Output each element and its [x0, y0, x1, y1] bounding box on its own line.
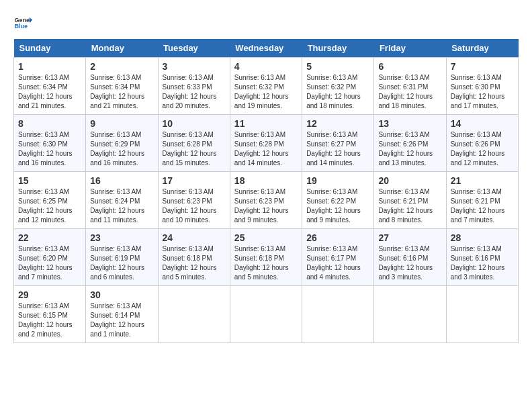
day-number: 30 [90, 289, 153, 300]
calendar-cell: 9 Sunrise: 6:13 AMSunset: 6:29 PMDayligh… [86, 115, 158, 172]
calendar-cell [302, 286, 374, 343]
calendar-cell [446, 286, 518, 343]
day-number: 29 [18, 289, 81, 300]
day-number: 17 [163, 175, 226, 186]
day-number: 20 [378, 175, 441, 186]
calendar-cell: 21 Sunrise: 6:13 AMSunset: 6:21 PMDaylig… [446, 172, 518, 229]
day-number: 10 [163, 118, 226, 129]
col-header-monday: Monday [86, 39, 158, 58]
day-number: 22 [18, 232, 81, 243]
day-detail: Sunrise: 6:13 AMSunset: 6:32 PMDaylight:… [306, 73, 369, 111]
day-detail: Sunrise: 6:13 AMSunset: 6:21 PMDaylight:… [451, 187, 514, 225]
calendar-cell: 1 Sunrise: 6:13 AMSunset: 6:34 PMDayligh… [14, 58, 86, 115]
calendar-cell: 3 Sunrise: 6:13 AMSunset: 6:33 PMDayligh… [158, 58, 230, 115]
calendar-cell: 12 Sunrise: 6:13 AMSunset: 6:27 PMDaylig… [302, 115, 374, 172]
calendar-cell: 7 Sunrise: 6:13 AMSunset: 6:30 PMDayligh… [446, 58, 518, 115]
header-row: SundayMondayTuesdayWednesdayThursdayFrid… [14, 39, 519, 58]
week-row-2: 8 Sunrise: 6:13 AMSunset: 6:30 PMDayligh… [14, 115, 519, 172]
calendar-cell: 27 Sunrise: 6:13 AMSunset: 6:16 PMDaylig… [374, 229, 446, 286]
calendar-cell: 28 Sunrise: 6:13 AMSunset: 6:16 PMDaylig… [446, 229, 518, 286]
calendar-cell: 22 Sunrise: 6:13 AMSunset: 6:20 PMDaylig… [14, 229, 86, 286]
day-detail: Sunrise: 6:13 AMSunset: 6:31 PMDaylight:… [378, 73, 441, 111]
day-detail: Sunrise: 6:13 AMSunset: 6:26 PMDaylight:… [451, 130, 514, 168]
day-detail: Sunrise: 6:13 AMSunset: 6:34 PMDaylight:… [18, 73, 81, 111]
calendar-cell: 14 Sunrise: 6:13 AMSunset: 6:26 PMDaylig… [446, 115, 518, 172]
calendar-cell: 11 Sunrise: 6:13 AMSunset: 6:28 PMDaylig… [230, 115, 302, 172]
day-number: 11 [234, 118, 298, 129]
day-detail: Sunrise: 6:13 AMSunset: 6:25 PMDaylight:… [18, 187, 81, 225]
day-detail: Sunrise: 6:13 AMSunset: 6:19 PMDaylight:… [90, 244, 153, 282]
day-number: 27 [378, 232, 441, 243]
day-number: 21 [451, 175, 514, 186]
day-number: 1 [18, 61, 81, 72]
day-detail: Sunrise: 6:13 AMSunset: 6:29 PMDaylight:… [90, 130, 153, 168]
svg-text:Blue: Blue [14, 23, 28, 30]
day-number: 6 [378, 61, 441, 72]
day-detail: Sunrise: 6:13 AMSunset: 6:23 PMDaylight:… [234, 187, 298, 225]
calendar-cell: 17 Sunrise: 6:13 AMSunset: 6:23 PMDaylig… [158, 172, 230, 229]
day-number: 8 [18, 118, 81, 129]
day-detail: Sunrise: 6:13 AMSunset: 6:18 PMDaylight:… [163, 244, 226, 282]
day-number: 26 [306, 232, 369, 243]
calendar-cell: 29 Sunrise: 6:13 AMSunset: 6:15 PMDaylig… [14, 286, 86, 343]
day-detail: Sunrise: 6:13 AMSunset: 6:28 PMDaylight:… [234, 130, 298, 168]
day-detail: Sunrise: 6:13 AMSunset: 6:14 PMDaylight:… [90, 302, 153, 339]
day-number: 14 [451, 118, 514, 129]
day-detail: Sunrise: 6:13 AMSunset: 6:30 PMDaylight:… [451, 73, 514, 111]
calendar-cell: 16 Sunrise: 6:13 AMSunset: 6:24 PMDaylig… [86, 172, 158, 229]
calendar-cell: 10 Sunrise: 6:13 AMSunset: 6:28 PMDaylig… [158, 115, 230, 172]
logo: General Blue [13, 13, 32, 32]
col-header-tuesday: Tuesday [158, 39, 230, 58]
day-number: 5 [306, 61, 369, 72]
day-number: 23 [90, 232, 153, 243]
col-header-thursday: Thursday [302, 39, 374, 58]
calendar-cell: 8 Sunrise: 6:13 AMSunset: 6:30 PMDayligh… [14, 115, 86, 172]
day-detail: Sunrise: 6:13 AMSunset: 6:18 PMDaylight:… [234, 244, 298, 282]
day-number: 24 [163, 232, 226, 243]
day-detail: Sunrise: 6:13 AMSunset: 6:26 PMDaylight:… [378, 130, 441, 168]
day-number: 7 [451, 61, 514, 72]
col-header-sunday: Sunday [14, 39, 86, 58]
calendar-cell: 25 Sunrise: 6:13 AMSunset: 6:18 PMDaylig… [230, 229, 302, 286]
day-detail: Sunrise: 6:13 AMSunset: 6:16 PMDaylight:… [451, 244, 514, 282]
calendar-cell: 30 Sunrise: 6:13 AMSunset: 6:14 PMDaylig… [86, 286, 158, 343]
day-number: 16 [90, 175, 153, 186]
day-detail: Sunrise: 6:13 AMSunset: 6:22 PMDaylight:… [306, 187, 369, 225]
calendar-table: SundayMondayTuesdayWednesdayThursdayFrid… [13, 39, 519, 343]
day-detail: Sunrise: 6:13 AMSunset: 6:23 PMDaylight:… [163, 187, 226, 225]
day-number: 4 [234, 61, 298, 72]
week-row-4: 22 Sunrise: 6:13 AMSunset: 6:20 PMDaylig… [14, 229, 519, 286]
day-detail: Sunrise: 6:13 AMSunset: 6:21 PMDaylight:… [378, 187, 441, 225]
day-detail: Sunrise: 6:13 AMSunset: 6:15 PMDaylight:… [18, 302, 81, 339]
day-number: 13 [378, 118, 441, 129]
day-number: 2 [90, 61, 153, 72]
day-detail: Sunrise: 6:13 AMSunset: 6:28 PMDaylight:… [163, 130, 226, 168]
calendar-cell: 19 Sunrise: 6:13 AMSunset: 6:22 PMDaylig… [302, 172, 374, 229]
day-number: 9 [90, 118, 153, 129]
calendar-cell: 13 Sunrise: 6:13 AMSunset: 6:26 PMDaylig… [374, 115, 446, 172]
day-number: 19 [306, 175, 369, 186]
col-header-friday: Friday [374, 39, 446, 58]
day-number: 3 [163, 61, 226, 72]
week-row-3: 15 Sunrise: 6:13 AMSunset: 6:25 PMDaylig… [14, 172, 519, 229]
calendar-cell [158, 286, 230, 343]
calendar-cell: 5 Sunrise: 6:13 AMSunset: 6:32 PMDayligh… [302, 58, 374, 115]
calendar-cell [230, 286, 302, 343]
calendar-cell: 23 Sunrise: 6:13 AMSunset: 6:19 PMDaylig… [86, 229, 158, 286]
calendar-cell: 18 Sunrise: 6:13 AMSunset: 6:23 PMDaylig… [230, 172, 302, 229]
week-row-1: 1 Sunrise: 6:13 AMSunset: 6:34 PMDayligh… [14, 58, 519, 115]
day-number: 15 [18, 175, 81, 186]
col-header-saturday: Saturday [446, 39, 518, 58]
calendar-cell: 26 Sunrise: 6:13 AMSunset: 6:17 PMDaylig… [302, 229, 374, 286]
week-row-5: 29 Sunrise: 6:13 AMSunset: 6:15 PMDaylig… [14, 286, 519, 343]
day-number: 12 [306, 118, 369, 129]
day-detail: Sunrise: 6:13 AMSunset: 6:27 PMDaylight:… [306, 130, 369, 168]
day-number: 18 [234, 175, 298, 186]
day-detail: Sunrise: 6:13 AMSunset: 6:16 PMDaylight:… [378, 244, 441, 282]
day-detail: Sunrise: 6:13 AMSunset: 6:33 PMDaylight:… [163, 73, 226, 111]
logo-icon: General Blue [13, 13, 32, 32]
calendar-cell: 2 Sunrise: 6:13 AMSunset: 6:34 PMDayligh… [86, 58, 158, 115]
day-detail: Sunrise: 6:13 AMSunset: 6:32 PMDaylight:… [234, 73, 298, 111]
day-detail: Sunrise: 6:13 AMSunset: 6:30 PMDaylight:… [18, 130, 81, 168]
day-number: 28 [451, 232, 514, 243]
